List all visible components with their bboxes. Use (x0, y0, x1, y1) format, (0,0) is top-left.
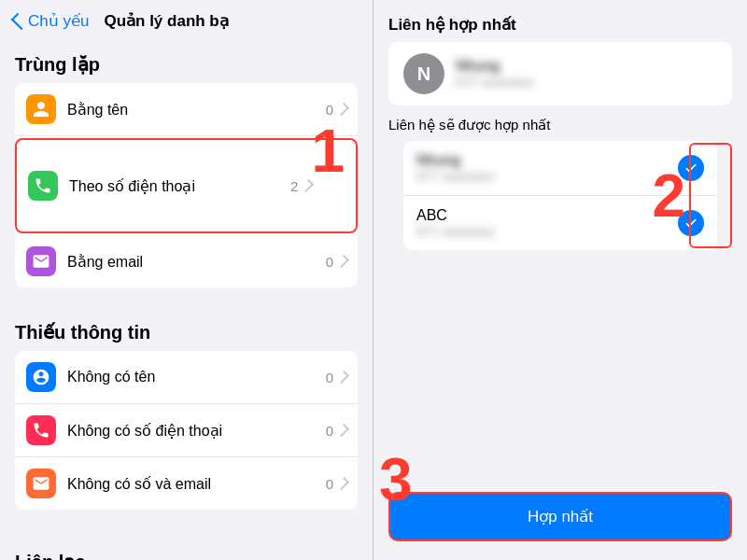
khong-co-so-item[interactable]: Không có số điện thoại 0 (15, 404, 358, 457)
merge-item-2-name: ABC (416, 207, 678, 224)
khong-co-ten-count: 0 (326, 370, 333, 385)
spacer (374, 250, 747, 492)
khong-co-so-email-label: Không có số và email (67, 475, 326, 493)
page-title: Quản lý danh bạ (104, 11, 228, 31)
bang-ten-item[interactable]: Bằng tên 0 (15, 83, 358, 136)
khong-co-so-chevron (336, 424, 349, 437)
trung-lap-header: Trùng lặp (0, 38, 373, 83)
khong-co-ten-chevron (336, 371, 349, 384)
khong-co-ten-icon (26, 362, 56, 392)
bang-email-label: Bằng email (67, 253, 326, 271)
khong-co-so-email-item[interactable]: Không có số và email 0 (15, 457, 358, 510)
theo-so-label: Theo số điện thoại (69, 177, 290, 195)
khong-co-so-email-chevron (336, 477, 349, 490)
avatar-letter: N (417, 63, 430, 85)
theo-so-icon (28, 171, 58, 201)
bottom-section: 3 Hợp nhất (374, 492, 747, 560)
khong-co-so-email-count: 0 (326, 476, 333, 492)
hop-nhat-button[interactable]: Hợp nhất (388, 492, 732, 541)
theo-so-chevron (301, 179, 314, 192)
bang-email-count: 0 (326, 254, 333, 270)
contact-name: Nhung (456, 58, 533, 75)
lien-he-hop-nhat-header: Liên hệ hợp nhất (374, 0, 747, 42)
right-panel: Liên hệ hợp nhất N Nhung 077 xxxxxxxx Li… (374, 0, 747, 560)
merge-item-2[interactable]: ABC 077 xxxxxxxx (403, 196, 717, 250)
merge-item-2-info: ABC 077 xxxxxxxx (416, 207, 678, 239)
merge-item-1-name: Nhung (416, 152, 678, 169)
bang-ten-icon (26, 94, 56, 124)
khong-co-so-label: Không có số điện thoại (67, 422, 326, 440)
merge-item-2-phone: 077 xxxxxxxx (416, 224, 678, 239)
merge-item-1-phone: 077 xxxxxxxx (416, 169, 678, 184)
back-label: Chủ yếu (28, 11, 89, 31)
bang-ten-chevron (336, 103, 349, 116)
bang-ten-count: 0 (326, 102, 333, 118)
thieu-thong-tin-header: Thiếu thông tin (0, 306, 373, 351)
merged-contact-card: N Nhung 077 xxxxxxxx (388, 42, 732, 105)
contact-phone: 077 xxxxxxxx (456, 75, 533, 90)
khong-co-so-count: 0 (326, 423, 333, 439)
trung-lap-group: Bằng tên 0 Theo số điện thoại 2 1 (15, 83, 358, 287)
merge-list-wrapper: Nhung 077 xxxxxxxx ABC 077 xxxxxxxx (388, 141, 732, 250)
contact-info: Nhung 077 xxxxxxxx (456, 58, 533, 90)
bang-email-icon (26, 246, 56, 276)
checkmark-1[interactable] (678, 155, 704, 181)
lien-lac-header: Liên lạc (0, 536, 373, 560)
khong-co-ten-item[interactable]: Không có tên 0 (15, 351, 358, 404)
contact-avatar: N (403, 53, 444, 94)
lien-he-se-hop-nhat-label: Liên hệ sẽ được hợp nhất (374, 105, 747, 141)
bang-email-item[interactable]: Bằng email 0 (15, 235, 358, 287)
khong-co-ten-label: Không có tên (67, 369, 326, 385)
merge-item-1-info: Nhung 077 xxxxxxxx (416, 152, 678, 184)
theo-so-item[interactable]: Theo số điện thoại 2 1 (15, 138, 358, 233)
khong-co-so-email-icon (26, 469, 56, 498)
merged-contact-row: N Nhung 077 xxxxxxxx (403, 53, 717, 94)
khong-co-so-icon (26, 415, 56, 445)
bang-ten-label: Bằng tên (67, 101, 326, 119)
bang-email-chevron (336, 255, 349, 268)
merge-item-1[interactable]: Nhung 077 xxxxxxxx (403, 141, 717, 196)
left-panel: Chủ yếu Quản lý danh bạ Trùng lặp Bằng t… (0, 0, 374, 560)
left-scroll-area: Trùng lặp Bằng tên 0 (0, 38, 373, 560)
checkmark-2[interactable] (678, 210, 704, 236)
chevron-left-icon (11, 12, 28, 29)
step3-area: 3 Hợp nhất (388, 492, 732, 541)
theo-so-count: 2 (290, 178, 298, 194)
nav-bar: Chủ yếu Quản lý danh bạ (0, 0, 373, 38)
merge-list: Nhung 077 xxxxxxxx ABC 077 xxxxxxxx (403, 141, 717, 250)
thieu-thong-tin-group: Không có tên 0 Không có số điện thoại 0 (15, 351, 358, 510)
back-button[interactable]: Chủ yếu (15, 11, 89, 31)
